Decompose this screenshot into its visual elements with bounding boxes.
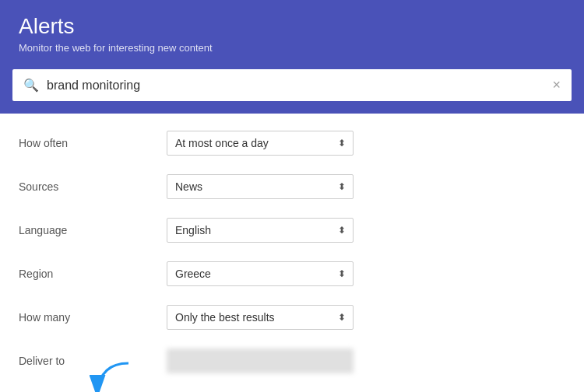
bottom-row: Create Alert Hide options ▲ — [0, 383, 584, 392]
how-often-select[interactable]: As-it-happens At most once a day At most… — [167, 131, 354, 156]
sources-select[interactable]: Automatic News Blogs Web Video Books Dis… — [167, 174, 354, 199]
language-select-wrapper: Any Language English — [167, 218, 354, 243]
search-container: 🔍 × — [0, 69, 584, 114]
region-select-wrapper: Any Region Greece — [167, 261, 354, 286]
search-bar: 🔍 × — [12, 69, 572, 101]
how-many-select[interactable]: Only the best results All results — [167, 305, 354, 330]
arrow-container — [82, 359, 136, 392]
language-label: Language — [19, 224, 167, 236]
region-label: Region — [19, 268, 167, 280]
how-often-row: How often As-it-happens At most once a d… — [0, 121, 584, 165]
how-often-label: How often — [19, 137, 167, 149]
region-row: Region Any Region Greece — [0, 252, 584, 296]
sources-select-wrapper: Automatic News Blogs Web Video Books Dis… — [167, 174, 354, 199]
clear-icon[interactable]: × — [552, 77, 561, 93]
how-often-select-wrapper: As-it-happens At most once a day At most… — [167, 131, 354, 156]
deliver-to-input-blurred — [167, 348, 354, 373]
region-select[interactable]: Any Region Greece — [167, 261, 354, 286]
how-many-label: How many — [19, 311, 167, 324]
page-header: Alerts Monitor the web for interesting n… — [0, 0, 584, 69]
options-container: How often As-it-happens At most once a d… — [0, 114, 584, 392]
sources-label: Sources — [19, 180, 167, 193]
search-input[interactable] — [47, 79, 552, 93]
arrow-icon — [82, 359, 136, 392]
sources-row: Sources Automatic News Blogs Web Video B… — [0, 165, 584, 208]
page-subtitle: Monitor the web for interesting new cont… — [19, 42, 565, 54]
how-many-row: How many Only the best results All resul… — [0, 296, 584, 339]
language-row: Language Any Language English — [0, 208, 584, 252]
how-many-select-wrapper: Only the best results All results — [167, 305, 354, 330]
language-select[interactable]: Any Language English — [167, 218, 354, 243]
page-title: Alerts — [19, 14, 565, 39]
search-icon: 🔍 — [23, 78, 39, 93]
